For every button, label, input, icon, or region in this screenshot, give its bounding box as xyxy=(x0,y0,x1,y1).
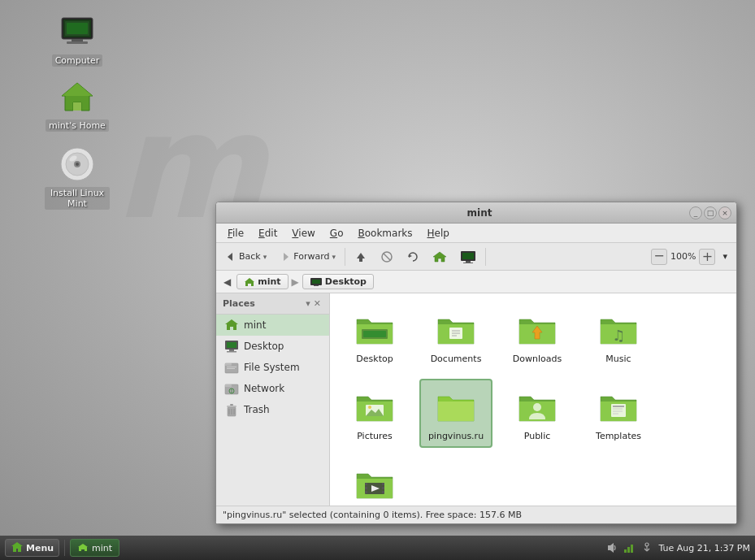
svg-rect-5 xyxy=(67,23,88,34)
stop-icon xyxy=(380,250,393,263)
up-icon xyxy=(354,250,367,263)
volume-icon[interactable] xyxy=(605,541,618,554)
file-item-music[interactable]: ♫ Music xyxy=(582,302,655,371)
menu-edit[interactable]: Edit xyxy=(252,226,284,241)
menu-bookmarks[interactable]: Bookmarks xyxy=(351,226,419,241)
computer-icon-label: Computer xyxy=(52,54,103,67)
svg-rect-78 xyxy=(627,547,630,553)
svg-marker-74 xyxy=(11,542,23,552)
zoom-out-button[interactable]: − xyxy=(651,249,667,265)
file-item-videos[interactable]: Videos xyxy=(338,456,411,506)
menu-go[interactable]: Go xyxy=(323,226,350,241)
svg-rect-24 xyxy=(466,261,471,263)
back-button[interactable]: Back ▾ xyxy=(219,248,272,266)
file-item-templates[interactable]: Templates xyxy=(582,379,655,448)
view-options-button[interactable]: ▾ xyxy=(717,248,733,265)
svg-marker-75 xyxy=(78,544,88,551)
home-icon xyxy=(58,77,97,116)
svg-rect-50 xyxy=(363,331,386,337)
sidebar-item-mint[interactable]: mint xyxy=(216,315,329,336)
forward-dropdown-arrow[interactable]: ▾ xyxy=(332,253,336,261)
file-label-music: Music xyxy=(605,354,631,364)
sidebar-close-btn[interactable]: ✕ xyxy=(312,298,323,309)
svg-point-80 xyxy=(645,543,649,546)
svg-point-60 xyxy=(533,403,541,411)
menu-file[interactable]: File xyxy=(221,226,250,241)
minimize-button[interactable]: _ xyxy=(689,206,702,219)
menu-view[interactable]: View xyxy=(285,226,321,241)
zoom-in-button[interactable]: + xyxy=(699,249,715,265)
taskbar-app-icon xyxy=(77,543,89,553)
file-label-desktop: Desktop xyxy=(356,354,393,364)
menu-help[interactable]: Help xyxy=(421,226,456,241)
sidebar-item-filesystem[interactable]: File System xyxy=(216,357,329,378)
file-item-pingvinus[interactable]: pingvinus.ru xyxy=(419,379,492,448)
up-button[interactable] xyxy=(349,247,373,267)
toolbar-separator-2 xyxy=(485,248,486,266)
svg-rect-69 xyxy=(365,487,367,489)
network-status-icon[interactable] xyxy=(623,541,636,554)
computer-nav-button[interactable] xyxy=(454,247,482,267)
svg-rect-17 xyxy=(359,258,362,262)
notifications-icon[interactable] xyxy=(640,541,653,554)
home-nav-icon xyxy=(432,250,447,263)
close-button[interactable]: × xyxy=(718,206,731,219)
maximize-button[interactable]: □ xyxy=(704,206,717,219)
folder-desktop-icon xyxy=(354,308,396,350)
taskbar-app-label: mint xyxy=(92,543,112,553)
location-nav-left[interactable]: ◀ xyxy=(221,276,233,289)
forward-button[interactable]: Forward ▾ xyxy=(274,248,341,266)
svg-rect-37 xyxy=(227,367,236,367)
folder-pingvinus-icon xyxy=(435,385,477,428)
desktop-icon-home[interactable]: mint's Home xyxy=(45,77,110,132)
svg-rect-3 xyxy=(67,41,88,44)
main-area: Places ▾ ✕ mint xyxy=(216,293,736,506)
sidebar-item-desktop[interactable]: Desktop xyxy=(216,336,329,357)
title-bar-buttons: _ □ × xyxy=(689,206,731,219)
folder-public-icon xyxy=(516,385,558,428)
sidebar-item-trash[interactable]: Trash xyxy=(216,399,329,420)
sidebar-desktop-icon xyxy=(224,339,239,354)
file-item-public[interactable]: Public xyxy=(501,379,574,448)
location-desktop-button[interactable]: Desktop xyxy=(302,274,374,289)
taskbar-clock: Tue Aug 21, 1:37 PM xyxy=(658,543,750,553)
sidebar-trash-icon xyxy=(224,402,239,417)
home-button[interactable] xyxy=(427,247,453,267)
computer-nav-icon xyxy=(460,250,476,263)
sidebar-dropdown-btn[interactable]: ▾ xyxy=(304,298,312,309)
svg-rect-71 xyxy=(382,483,384,485)
sidebar-item-network[interactable]: Network xyxy=(216,378,329,399)
desktop-icon-computer[interactable]: Computer xyxy=(45,12,110,67)
file-manager-window: mint _ □ × File Edit View Go Bookmarks H… xyxy=(215,202,737,524)
svg-marker-21 xyxy=(433,252,446,262)
stop-button[interactable] xyxy=(375,247,399,267)
svg-point-59 xyxy=(368,406,371,409)
svg-rect-25 xyxy=(463,263,473,263)
svg-rect-2 xyxy=(72,39,83,41)
svg-marker-14 xyxy=(228,253,232,261)
file-item-documents[interactable]: Documents xyxy=(419,302,492,371)
home-icon-label: mint's Home xyxy=(46,119,109,132)
file-item-downloads[interactable]: Downloads xyxy=(501,302,574,371)
taskbar-right: Tue Aug 21, 1:37 PM xyxy=(605,541,750,554)
install-icon-label: Install Linux Mint xyxy=(45,187,110,210)
svg-rect-29 xyxy=(314,285,319,286)
svg-rect-45 xyxy=(230,404,233,406)
taskbar-menu-button[interactable]: Menu xyxy=(5,539,59,557)
taskbar-app-button[interactable]: mint xyxy=(70,539,119,557)
svg-rect-68 xyxy=(365,483,367,485)
desktop-icon-install[interactable]: Install Linux Mint xyxy=(45,145,110,210)
folder-templates-icon xyxy=(597,385,640,428)
location-mint-button[interactable]: mint xyxy=(236,274,288,289)
svg-line-19 xyxy=(384,254,390,260)
file-label-pictures: Pictures xyxy=(357,431,393,441)
file-item-desktop[interactable]: Desktop xyxy=(338,302,411,371)
svg-marker-20 xyxy=(409,254,412,258)
svg-rect-34 xyxy=(227,351,236,353)
back-dropdown-arrow[interactable]: ▾ xyxy=(263,253,267,261)
folder-documents-icon xyxy=(435,308,477,350)
svg-rect-38 xyxy=(227,368,235,369)
menu-bar: File Edit View Go Bookmarks Help xyxy=(216,224,736,243)
reload-button[interactable] xyxy=(401,247,425,267)
file-item-pictures[interactable]: Pictures xyxy=(338,379,411,448)
